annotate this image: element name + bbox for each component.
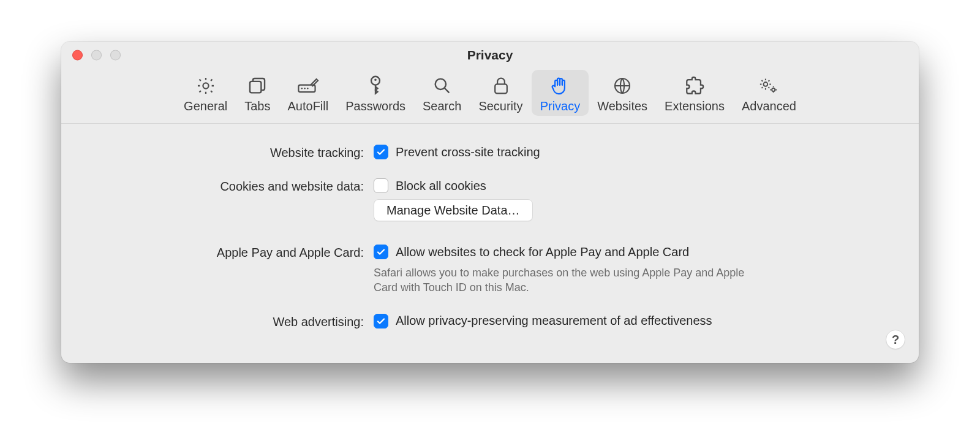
row-label: Apple Pay and Apple Card: xyxy=(80,245,374,260)
apple-pay-hint: Safari allows you to make purchases on t… xyxy=(374,265,766,295)
svg-point-12 xyxy=(772,88,775,91)
pencil-field-icon xyxy=(296,74,320,98)
tab-search[interactable]: Search xyxy=(414,70,470,116)
allow-ad-measurement-checkbox[interactable]: Allow privacy-preserving measurement of … xyxy=(374,314,900,328)
rectangles-icon xyxy=(245,74,270,98)
svg-point-7 xyxy=(374,79,377,82)
hand-icon xyxy=(548,74,572,98)
checkbox-label: Allow privacy-preserving measurement of … xyxy=(396,314,712,328)
tab-label: Extensions xyxy=(665,99,725,113)
row-label: Cookies and website data: xyxy=(80,178,374,194)
tab-label: Advanced xyxy=(742,99,796,113)
row-web-advertising: Web advertising: Allow privacy-preservin… xyxy=(80,314,900,329)
help-button[interactable]: ? xyxy=(886,330,905,349)
window-title: Privacy xyxy=(467,48,513,63)
close-window-button[interactable] xyxy=(72,50,83,61)
svg-point-3 xyxy=(301,88,302,89)
tab-advanced[interactable]: Advanced xyxy=(733,70,805,116)
svg-point-5 xyxy=(307,88,308,89)
row-apple-pay: Apple Pay and Apple Card: Allow websites… xyxy=(80,245,900,295)
checkbox-icon xyxy=(374,178,388,193)
tab-extensions[interactable]: Extensions xyxy=(656,70,733,116)
privacy-pane: Website tracking: Prevent cross-site tra… xyxy=(61,124,919,329)
preferences-window: Privacy General Tabs xyxy=(61,42,919,363)
tab-passwords[interactable]: Passwords xyxy=(337,70,414,116)
tab-label: AutoFill xyxy=(287,99,328,113)
svg-point-4 xyxy=(304,88,305,89)
checkbox-icon xyxy=(374,314,388,328)
tab-security[interactable]: Security xyxy=(470,70,531,116)
tab-label: Tabs xyxy=(244,99,270,113)
tab-tabs[interactable]: Tabs xyxy=(236,70,279,116)
zoom-window-button[interactable] xyxy=(110,50,121,61)
svg-rect-9 xyxy=(495,84,507,93)
row-website-tracking: Website tracking: Prevent cross-site tra… xyxy=(80,145,900,160)
tab-label: Search xyxy=(423,99,461,113)
gear-icon xyxy=(194,74,218,98)
window-controls xyxy=(72,50,121,61)
tab-label: Privacy xyxy=(540,99,581,113)
tab-label: Security xyxy=(478,99,522,113)
checkbox-icon xyxy=(374,145,388,159)
minimize-window-button[interactable] xyxy=(91,50,102,61)
titlebar: Privacy xyxy=(61,42,919,69)
key-icon xyxy=(363,74,388,98)
tab-privacy[interactable]: Privacy xyxy=(532,70,589,116)
tab-general[interactable]: General xyxy=(175,70,236,116)
magnifying-glass-icon xyxy=(430,74,454,98)
tab-autofill[interactable]: AutoFill xyxy=(279,70,337,116)
puzzle-icon xyxy=(682,74,707,98)
row-label: Website tracking: xyxy=(80,145,374,160)
checkbox-label: Allow websites to check for Apple Pay an… xyxy=(396,245,689,259)
svg-rect-1 xyxy=(250,82,261,93)
tab-label: Passwords xyxy=(345,99,405,113)
tab-label: General xyxy=(184,99,227,113)
svg-point-8 xyxy=(435,79,445,89)
checkbox-label: Block all cookies xyxy=(396,179,486,193)
lock-icon xyxy=(489,74,513,98)
tab-websites[interactable]: Websites xyxy=(589,70,656,116)
checkbox-icon xyxy=(374,245,388,259)
row-cookies: Cookies and website data: Block all cook… xyxy=(80,178,900,221)
preferences-toolbar: General Tabs AutoFill xyxy=(61,69,919,124)
svg-point-0 xyxy=(203,83,208,88)
manage-website-data-button[interactable]: Manage Website Data… xyxy=(374,199,533,221)
row-label: Web advertising: xyxy=(80,314,374,329)
globe-icon xyxy=(610,74,635,98)
block-all-cookies-checkbox[interactable]: Block all cookies xyxy=(374,178,900,193)
prevent-cross-site-tracking-checkbox[interactable]: Prevent cross-site tracking xyxy=(374,145,900,159)
tab-label: Websites xyxy=(597,99,647,113)
checkbox-label: Prevent cross-site tracking xyxy=(396,145,540,159)
gears-icon xyxy=(756,74,781,98)
svg-point-11 xyxy=(764,82,768,86)
allow-apple-pay-check-checkbox[interactable]: Allow websites to check for Apple Pay an… xyxy=(374,245,900,259)
